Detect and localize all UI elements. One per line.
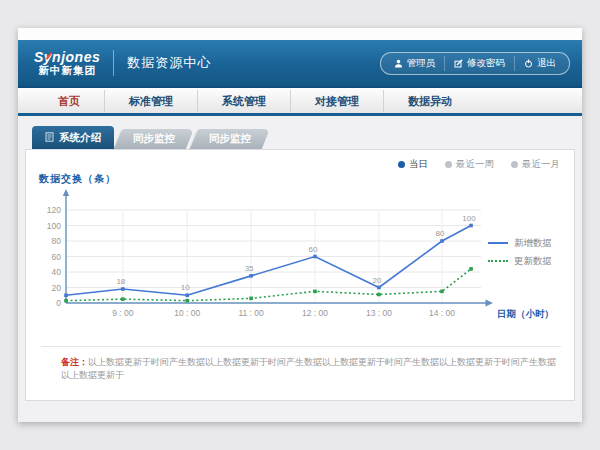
data-point bbox=[185, 299, 189, 303]
admin-user-button[interactable]: 管理员 bbox=[385, 56, 445, 71]
logo-text-cn: 新中新集团 bbox=[38, 65, 96, 76]
y-tick-label: 0 bbox=[56, 298, 61, 308]
nav-item-data-changes[interactable]: 数据异动 bbox=[384, 90, 476, 112]
y-axis-arrow bbox=[63, 189, 69, 196]
data-point bbox=[469, 267, 473, 271]
data-point bbox=[121, 287, 125, 291]
data-point bbox=[121, 297, 125, 301]
data-point-label: 100 bbox=[462, 214, 476, 223]
admin-user-label: 管理员 bbox=[407, 57, 436, 70]
data-point-label: 60 bbox=[309, 245, 318, 254]
header-divider bbox=[113, 50, 114, 76]
power-icon bbox=[524, 59, 533, 68]
radio-dot bbox=[445, 161, 452, 168]
series-line-0 bbox=[66, 226, 471, 296]
data-point-label: 35 bbox=[245, 264, 254, 273]
radio-today-label: 当日 bbox=[409, 158, 428, 171]
x-axis-title: 日期（小时） bbox=[497, 308, 554, 320]
data-point-label: 20 bbox=[372, 276, 381, 285]
data-point bbox=[440, 239, 444, 243]
time-range-filter: 当日 最近一周 最近一月 bbox=[398, 158, 560, 171]
edit-icon bbox=[454, 59, 463, 68]
tab-sync-monitor-1[interactable]: 同步监控 bbox=[113, 129, 194, 149]
data-point-label: 80 bbox=[436, 229, 445, 238]
nav-item-system-mgmt[interactable]: 系统管理 bbox=[198, 90, 291, 112]
legend-label-updated-data: 更新数据 bbox=[514, 255, 552, 268]
data-point bbox=[64, 299, 68, 303]
x-tick-label: 11 : 00 bbox=[238, 308, 264, 318]
data-point bbox=[469, 224, 473, 228]
y-axis-title: 数据交换（条） bbox=[39, 172, 116, 186]
radio-last-week-label: 最近一周 bbox=[456, 158, 494, 171]
legend-item-updated-data: 更新数据 bbox=[488, 252, 552, 270]
header-bar: Synjones 新中新集团 数据资源中心 管理员 修改密码 bbox=[18, 40, 582, 88]
radio-last-month[interactable]: 最近一月 bbox=[511, 158, 560, 171]
y-tick-label: 60 bbox=[52, 252, 62, 262]
tab-sync-monitor-2-label: 同步监控 bbox=[209, 132, 251, 146]
radio-last-week[interactable]: 最近一周 bbox=[445, 158, 494, 171]
tab-system-intro[interactable]: 系统介绍 bbox=[32, 126, 114, 149]
header-user-actions: 管理员 修改密码 退出 bbox=[380, 52, 571, 75]
radio-last-month-label: 最近一月 bbox=[522, 158, 560, 171]
legend-label-new-data: 新增数据 bbox=[514, 237, 552, 250]
content-area: 系统介绍 同步监控 同步监控 当日 最近一周 bbox=[18, 116, 582, 422]
nav-item-interface-mgmt[interactable]: 对接管理 bbox=[291, 90, 384, 112]
change-password-label: 修改密码 bbox=[467, 57, 505, 70]
data-point bbox=[377, 293, 381, 297]
page-title: 数据资源中心 bbox=[127, 54, 211, 72]
company-logo: Synjones 新中新集团 bbox=[34, 50, 100, 76]
footnote: 备注：以上数据更新于时间产生数据以上数据更新于时间产生数据以上数据更新于时间产生… bbox=[61, 356, 563, 381]
data-point-label: 18 bbox=[116, 277, 125, 286]
data-point bbox=[185, 293, 189, 297]
top-strip bbox=[18, 28, 582, 40]
tab-sync-monitor-2[interactable]: 同步监控 bbox=[189, 129, 270, 149]
logo-text-en: Synjones bbox=[34, 50, 100, 65]
document-icon bbox=[45, 132, 54, 144]
y-tick-label: 120 bbox=[47, 205, 61, 215]
data-point bbox=[64, 293, 68, 297]
panel-divider bbox=[41, 346, 561, 347]
tab-bar: 系统介绍 同步监控 同步监控 bbox=[32, 126, 266, 149]
radio-today[interactable]: 当日 bbox=[398, 158, 428, 171]
data-point bbox=[313, 290, 317, 294]
x-tick-label: 10 : 00 bbox=[174, 308, 200, 318]
y-tick-label: 80 bbox=[52, 236, 62, 246]
y-tick-label: 100 bbox=[47, 221, 61, 231]
legend-item-new-data: 新增数据 bbox=[488, 234, 552, 252]
x-tick-label: 9 : 00 bbox=[112, 308, 134, 318]
nav-item-standard-mgmt[interactable]: 标准管理 bbox=[105, 90, 198, 112]
x-tick-label: 12 : 00 bbox=[302, 308, 328, 318]
series-line-1 bbox=[66, 269, 471, 301]
data-point bbox=[249, 274, 253, 278]
radio-dot-selected bbox=[398, 161, 405, 168]
data-point bbox=[313, 255, 317, 259]
data-point bbox=[249, 297, 253, 301]
y-tick-label: 20 bbox=[52, 283, 62, 293]
change-password-button[interactable]: 修改密码 bbox=[444, 56, 514, 71]
main-nav: 首页 标准管理 系统管理 对接管理 数据异动 bbox=[18, 88, 582, 116]
tab-sync-monitor-1-label: 同步监控 bbox=[133, 132, 175, 146]
radio-dot bbox=[511, 161, 518, 168]
user-icon bbox=[394, 59, 403, 68]
y-tick-label: 40 bbox=[52, 267, 62, 277]
chart-legend: 新增数据 更新数据 bbox=[488, 234, 552, 270]
x-tick-label: 14 : 00 bbox=[429, 308, 455, 318]
app-window: Synjones 新中新集团 数据资源中心 管理员 修改密码 bbox=[18, 28, 582, 422]
tab-system-intro-label: 系统介绍 bbox=[59, 131, 101, 145]
data-point bbox=[377, 286, 381, 290]
footnote-prefix: 备注： bbox=[61, 357, 88, 367]
footnote-text: 以上数据更新于时间产生数据以上数据更新于时间产生数据以上数据更新于时间产生数据以… bbox=[61, 357, 556, 380]
x-axis-arrow bbox=[486, 300, 494, 307]
logout-label: 退出 bbox=[537, 57, 556, 70]
nav-item-home[interactable]: 首页 bbox=[34, 90, 105, 112]
x-tick-label: 13 : 00 bbox=[366, 308, 392, 318]
legend-marker-dotted-line bbox=[488, 260, 508, 262]
legend-marker-solid-line bbox=[488, 242, 508, 244]
data-point-label: 10 bbox=[181, 283, 190, 292]
chart-panel: 当日 最近一周 最近一月 数据交换（条） 0204060801001209 : … bbox=[25, 149, 575, 401]
data-point bbox=[440, 290, 444, 294]
logout-button[interactable]: 退出 bbox=[514, 56, 565, 71]
